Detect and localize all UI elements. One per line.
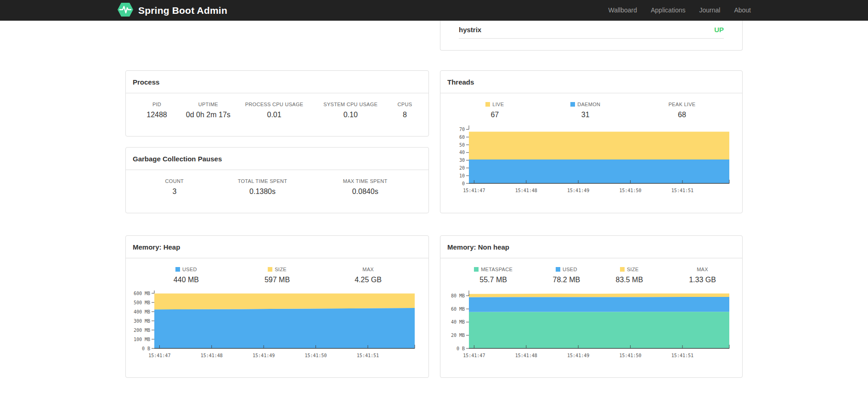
svg-text:15:41:47: 15:41:47: [463, 353, 485, 358]
svg-text:600 MB: 600 MB: [134, 291, 150, 296]
svg-text:40: 40: [459, 150, 465, 155]
metric-value: 0.01: [233, 111, 316, 119]
threads-chart: 01020304050607015:41:4715:41:4815:41:491…: [440, 119, 742, 197]
metric-label: LIVE: [445, 102, 545, 107]
legend-swatch-icon: [485, 102, 490, 107]
svg-text:20 MB: 20 MB: [451, 333, 465, 338]
heap-chart-svg: 0 B100 MB200 MB300 MB400 MB500 MB600 MB1…: [130, 288, 419, 362]
svg-text:15:41:51: 15:41:51: [671, 353, 693, 358]
svg-text:15:41:47: 15:41:47: [148, 353, 170, 358]
svg-text:0 B: 0 B: [457, 346, 465, 351]
svg-text:200 MB: 200 MB: [134, 328, 150, 333]
svg-text:70: 70: [459, 127, 465, 132]
legend-swatch-icon: [268, 267, 272, 272]
memory-nonheap-metrics: METASPACE55.7 MBUSED78.2 MBSIZE83.5 MBMA…: [440, 258, 742, 284]
svg-text:15:41:50: 15:41:50: [304, 353, 327, 358]
heap-series-size: [154, 294, 415, 310]
metric-daemon: DAEMON31: [545, 102, 626, 119]
metric-used: USED440 MB: [130, 267, 242, 284]
metric-value: 440 MB: [130, 276, 242, 284]
svg-text:15:41:49: 15:41:49: [567, 353, 589, 358]
svg-text:15:41:48: 15:41:48: [515, 353, 537, 358]
svg-text:300 MB: 300 MB: [134, 319, 150, 324]
svg-text:60 MB: 60 MB: [451, 307, 465, 312]
nav-link-wallboard[interactable]: Wallboard: [601, 0, 644, 21]
process-metrics: PID12488UPTIME0d 0h 2m 17sPROCESS CPU US…: [126, 93, 428, 119]
legend-swatch-icon: [570, 102, 575, 107]
navbar-links: WallboardApplicationsJournalAbout: [601, 0, 751, 21]
metric-process-cpu-usage: PROCESS CPU USAGE0.01: [233, 102, 316, 119]
metric-label: METASPACE: [445, 267, 541, 272]
svg-text:50: 50: [459, 142, 465, 148]
application-row[interactable]: hystrix UP: [459, 21, 724, 39]
svg-text:0: 0: [462, 181, 465, 186]
metric-total-time-spent: TOTAL TIME SPENT0.1380s: [219, 178, 307, 196]
metric-value: 0.10: [316, 111, 386, 119]
metric-label: COUNT: [130, 178, 219, 184]
svg-text:15:41:48: 15:41:48: [515, 188, 537, 193]
metric-label: MAX TIME SPENT: [306, 178, 424, 184]
metric-label: UPTIME: [183, 102, 233, 107]
metric-count: COUNT3: [130, 178, 219, 196]
metric-value: 0.1380s: [219, 188, 307, 196]
metric-value: 0.0840s: [306, 188, 424, 196]
metric-value: 1.33 GB: [667, 276, 738, 284]
svg-text:100 MB: 100 MB: [134, 337, 150, 342]
pulse-hexagon-icon: [117, 2, 134, 19]
metric-label: PID: [130, 102, 183, 107]
memory-heap-card-title: Memory: Heap: [126, 236, 428, 258]
nonheap-series-metaspace: [469, 312, 729, 348]
svg-text:15:41:49: 15:41:49: [253, 353, 275, 358]
metric-live: LIVE67: [445, 102, 545, 119]
metric-uptime: UPTIME0d 0h 2m 17s: [183, 102, 233, 119]
svg-text:60: 60: [459, 135, 465, 140]
metric-label: PROCESS CPU USAGE: [233, 102, 316, 107]
status-badge: UP: [714, 26, 724, 34]
svg-text:15:41:51: 15:41:51: [671, 188, 693, 193]
legend-swatch-icon: [556, 267, 560, 272]
metric-metaspace: METASPACE55.7 MB: [445, 267, 541, 284]
nav-link-applications[interactable]: Applications: [644, 0, 693, 21]
svg-text:15:41:48: 15:41:48: [201, 353, 223, 358]
svg-text:30: 30: [459, 158, 465, 163]
svg-text:400 MB: 400 MB: [134, 309, 150, 314]
metric-label: TOTAL TIME SPENT: [219, 178, 307, 184]
threads-card-title: Threads: [440, 71, 742, 93]
metric-label: DAEMON: [545, 102, 626, 107]
metric-label: USED: [130, 267, 242, 272]
legend-swatch-icon: [175, 267, 180, 272]
metric-size: SIZE83.5 MB: [591, 267, 667, 284]
nonheap-series-used: [469, 297, 729, 312]
metric-value: 8: [386, 111, 424, 119]
svg-text:15:41:50: 15:41:50: [619, 188, 641, 193]
process-card-title: Process: [126, 71, 428, 93]
legend-swatch-icon: [474, 267, 479, 272]
metric-value: 12488: [130, 111, 183, 119]
nav-link-journal[interactable]: Journal: [692, 0, 727, 21]
metric-max-time-spent: MAX TIME SPENT0.0840s: [306, 178, 424, 196]
brand-title: Spring Boot Admin: [138, 5, 227, 16]
application-status-card: hystrix UP: [440, 21, 743, 51]
svg-text:500 MB: 500 MB: [134, 300, 150, 305]
threads-series-live: [469, 131, 729, 159]
gc-metrics: COUNT3TOTAL TIME SPENT0.1380sMAX TIME SP…: [126, 170, 428, 196]
svg-text:80 MB: 80 MB: [451, 293, 465, 298]
memory-heap-chart: 0 B100 MB200 MB300 MB400 MB500 MB600 MB1…: [126, 284, 428, 362]
navbar: Spring Boot Admin WallboardApplicationsJ…: [0, 0, 868, 21]
metric-value: 55.7 MB: [445, 276, 541, 284]
metric-value: 0d 0h 2m 17s: [183, 111, 233, 119]
application-status-row: hystrix UP: [125, 21, 743, 51]
threads-metrics: LIVE67DAEMON31PEAK LIVE68: [440, 93, 742, 119]
metric-label: PEAK LIVE: [626, 102, 738, 107]
nav-link-about[interactable]: About: [727, 0, 751, 21]
nonheap-series-size: [469, 293, 729, 297]
memory-heap-card: Memory: Heap USED440 MBSIZE597 MBMAX4.25…: [125, 235, 429, 378]
svg-text:15:41:47: 15:41:47: [463, 188, 485, 193]
memory-nonheap-card: Memory: Non heap METASPACE55.7 MBUSED78.…: [440, 235, 743, 378]
memory-nonheap-chart: 0 B20 MB40 MB60 MB80 MB15:41:4715:41:481…: [440, 284, 742, 362]
brand-link[interactable]: Spring Boot Admin: [117, 2, 227, 19]
metric-label: SIZE: [591, 267, 667, 272]
svg-text:40 MB: 40 MB: [451, 319, 465, 325]
metric-label: MAX: [312, 267, 424, 272]
svg-text:15:41:49: 15:41:49: [567, 188, 589, 193]
